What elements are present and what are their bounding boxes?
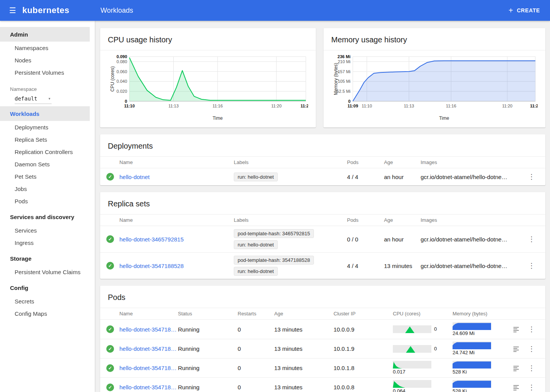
age-value: an hour [384,174,421,180]
table-row: ✓ hello-dotnet-3465792815 pod-template-h… [100,226,545,252]
cpu-usage-chart: 11:1011:1311:1611:2011:220.0900.0800.060… [108,54,308,122]
status-ok-icon: ✓ [106,364,114,372]
svg-text:11:22: 11:22 [300,104,308,108]
replica-set-name-link[interactable]: hello-dotnet-3547188528 [119,263,234,269]
sidebar: Admin Namespaces Nodes Persistent Volume… [0,21,95,392]
status-ok-icon: ✓ [106,384,114,391]
cpu-usage-card: CPU usage history 11:1011:1311:1611:2011… [100,28,316,127]
svg-text:0.090: 0.090 [116,54,127,59]
memory-value: 24.742 Mi [453,350,475,356]
svg-text:52.5 Mi: 52.5 Mi [337,89,350,94]
sidebar-item-replication-controllers[interactable]: Replication Controllers [0,146,95,158]
images-value: gcr.io/dotnet-atamel/hello-dotne… [421,174,524,180]
table-row: ✓ hello-dotnet-354718… Running 0 13 minu… [100,377,545,392]
deployments-header-row: Name Labels Pods Age Images [100,157,545,168]
logs-icon[interactable] [513,346,520,352]
svg-text:157 Mi: 157 Mi [338,69,350,74]
sidebar-item-namespaces[interactable]: Namespaces [0,42,95,54]
svg-text:11:13: 11:13 [168,104,179,108]
cpu-value: 0 [434,326,437,332]
pods-count: 4 / 4 [347,174,384,180]
sidebar-item-persistent-volume-claims[interactable]: Persistent Volume Claims [0,266,95,278]
memory-usage-card: Memory usage history 11:0911:1011:1311:1… [324,28,545,127]
sidebar-item-workloads[interactable]: Workloads [0,106,90,121]
pod-name-link[interactable]: hello-dotnet-354718… [119,345,178,352]
cpu-chart-title: CPU usage history [100,28,316,50]
logs-icon[interactable] [513,326,520,332]
cluster-ip-value: 10.0.1.9 [334,345,393,352]
memory-sparkline [453,380,491,388]
column-header-cluster-ip: Cluster IP [334,311,393,317]
sidebar-item-nodes[interactable]: Nodes [0,54,95,66]
status-value: Running [178,326,238,333]
namespace-select[interactable]: default ▾ [15,94,52,104]
sidebar-item-services-discovery[interactable]: Services and discovery [0,209,95,224]
row-menu-button[interactable]: ⋮ [528,173,535,181]
cpu-sparkline [393,325,431,333]
sidebar-item-config-maps[interactable]: Config Maps [0,307,95,320]
cluster-ip-value: 10.0.0.9 [334,326,393,333]
logs-icon[interactable] [513,365,520,371]
svg-text:0.060: 0.060 [116,69,127,74]
pod-name-link[interactable]: hello-dotnet-354718… [119,384,178,390]
cpu-value: 0.064 [393,388,406,392]
sidebar-item-jobs[interactable]: Jobs [0,183,95,195]
logs-icon[interactable] [513,384,520,390]
sidebar-item-pods[interactable]: Pods [0,195,95,207]
sidebar-item-admin[interactable]: Admin [0,27,90,42]
svg-text:0.040: 0.040 [116,79,127,84]
age-value: 13 minutes [274,365,334,371]
column-header-labels: Labels [234,159,347,165]
pods-card: Pods Name Status Restarts Age Cluster IP… [100,286,545,392]
svg-text:Time: Time [213,116,223,121]
deployment-name-link[interactable]: hello-dotnet [119,174,234,180]
app-logo: kubernetes [22,5,69,15]
row-menu-button[interactable]: ⋮ [528,383,535,392]
row-menu-button[interactable]: ⋮ [528,235,535,243]
svg-text:CPU (cores): CPU (cores) [110,66,115,92]
sidebar-item-persistent-volumes[interactable]: Persistent Volumes [0,66,95,79]
sidebar-item-replica-sets[interactable]: Replica Sets [0,133,95,146]
row-menu-button[interactable]: ⋮ [528,261,535,270]
sidebar-item-config[interactable]: Config [0,280,95,295]
memory-value: 24.609 Mi [453,330,475,337]
deployments-title: Deployments [100,134,545,157]
sidebar-item-storage[interactable]: Storage [0,251,95,266]
label-chip: pod-template-hash: 3547188528 [234,256,314,265]
deployments-card: Deployments Name Labels Pods Age Images … [100,134,545,185]
row-menu-button[interactable]: ⋮ [528,345,535,353]
images-value: gcr.io/dotnet-atamel/hello-dotne… [421,236,524,243]
sidebar-item-services[interactable]: Services [0,224,95,236]
sidebar-item-pet-sets[interactable]: Pet Sets [0,170,95,183]
svg-text:11:20: 11:20 [271,104,282,108]
pod-name-link[interactable]: hello-dotnet-354718… [119,365,178,371]
column-header-memory: Memory (bytes) [453,311,508,317]
pods-title: Pods [100,286,545,308]
sidebar-item-deployments[interactable]: Deployments [0,121,95,133]
images-value: gcr.io/dotnet-atamel/hello-dotne… [421,263,524,269]
hamburger-menu-icon[interactable]: ☰ [9,7,16,14]
row-menu-button[interactable]: ⋮ [528,325,535,333]
memory-value: 528 Ki [453,388,467,392]
svg-text:11:22: 11:22 [530,104,538,108]
column-header-age: Age [274,311,334,317]
status-ok-icon: ✓ [106,345,114,353]
pod-name-link[interactable]: hello-dotnet-354718… [119,326,178,333]
sidebar-item-daemon-sets[interactable]: Daemon Sets [0,158,95,170]
pods-header-row: Name Status Restarts Age Cluster IP CPU … [100,308,545,320]
replica-sets-header-row: Name Labels Pods Age Images [100,214,545,226]
svg-text:Time: Time [439,116,449,121]
memory-sparkline [453,322,491,330]
replica-set-name-link[interactable]: hello-dotnet-3465792815 [119,236,234,243]
restarts-value: 0 [238,365,274,371]
status-value: Running [178,345,238,352]
row-menu-button[interactable]: ⋮ [528,364,535,372]
cpu-value: 0 [434,346,437,352]
column-header-name: Name [119,311,178,317]
sidebar-item-ingress[interactable]: Ingress [0,236,95,249]
pods-count: 0 / 0 [347,236,384,243]
age-value: 13 minutes [274,326,334,333]
status-ok-icon: ✓ [106,235,114,243]
sidebar-item-secrets[interactable]: Secrets [0,295,95,307]
create-button[interactable]: + CREATE [509,7,540,14]
